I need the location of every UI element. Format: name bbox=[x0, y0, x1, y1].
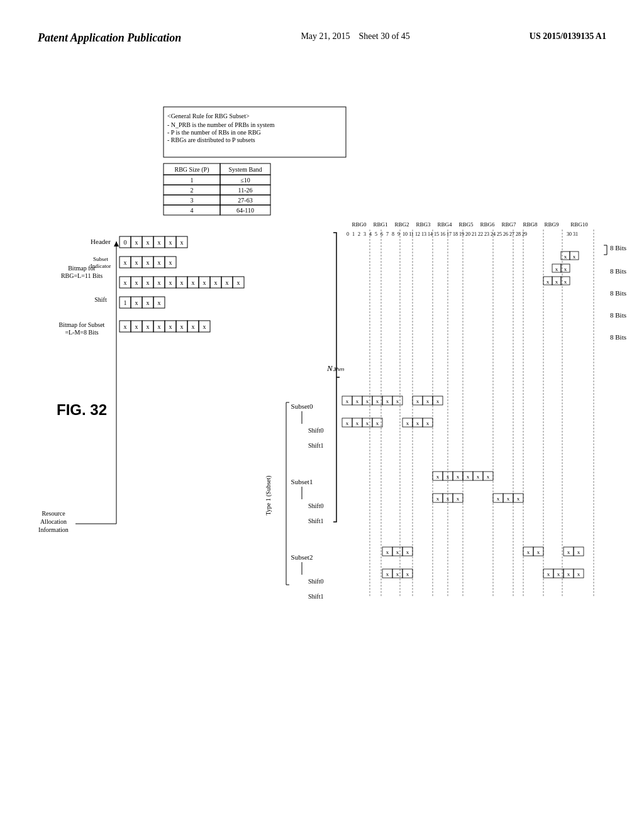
svg-text:x: x bbox=[192, 323, 195, 330]
svg-text:x: x bbox=[124, 323, 127, 330]
svg-text:14: 14 bbox=[428, 231, 433, 237]
svg-text:Shift: Shift bbox=[94, 296, 107, 303]
svg-text:x: x bbox=[135, 279, 138, 286]
svg-text:0: 0 bbox=[347, 231, 349, 237]
svg-text:x: x bbox=[366, 420, 369, 426]
svg-text:x: x bbox=[356, 398, 359, 404]
publication-title: Patent Application Publication bbox=[38, 31, 181, 45]
svg-text:x: x bbox=[169, 323, 172, 330]
svg-text:19: 19 bbox=[459, 231, 464, 237]
patent-number: US 2015/0139135 A1 bbox=[530, 31, 606, 42]
svg-text:x: x bbox=[406, 571, 409, 577]
svg-text:x: x bbox=[158, 279, 161, 286]
svg-text:x: x bbox=[147, 259, 150, 266]
svg-text:9: 9 bbox=[397, 231, 400, 237]
svg-text:Type 1 (Subset): Type 1 (Subset) bbox=[265, 475, 272, 515]
svg-text:Shift1: Shift1 bbox=[308, 593, 323, 600]
svg-text:8 Bits: 8 Bits bbox=[610, 244, 626, 252]
svg-text:1: 1 bbox=[191, 177, 194, 184]
svg-text:≤10: ≤10 bbox=[240, 177, 250, 184]
svg-text:x: x bbox=[386, 549, 389, 555]
svg-text:Shift1: Shift1 bbox=[308, 517, 323, 524]
svg-text:RBG4: RBG4 bbox=[437, 221, 452, 228]
svg-text:15: 15 bbox=[434, 231, 439, 237]
svg-text:RBG2: RBG2 bbox=[394, 221, 409, 228]
svg-text:x: x bbox=[366, 398, 369, 404]
svg-text:RBG0: RBG0 bbox=[352, 221, 367, 228]
svg-text:Subset1: Subset1 bbox=[291, 478, 313, 485]
svg-text:31: 31 bbox=[573, 231, 578, 237]
svg-text:21: 21 bbox=[472, 231, 477, 237]
svg-text:Information: Information bbox=[38, 526, 69, 533]
svg-text:8 Bits: 8 Bits bbox=[610, 311, 626, 319]
svg-text:2: 2 bbox=[358, 231, 360, 237]
svg-text:7: 7 bbox=[386, 231, 389, 237]
svg-text:30: 30 bbox=[567, 231, 572, 237]
svg-text:x: x bbox=[457, 495, 460, 502]
svg-text:x: x bbox=[426, 398, 430, 404]
svg-marker-273 bbox=[114, 241, 119, 246]
svg-text:17: 17 bbox=[447, 231, 452, 237]
svg-text:x: x bbox=[537, 549, 540, 555]
svg-text:x: x bbox=[416, 398, 419, 404]
svg-text:11: 11 bbox=[409, 231, 414, 237]
svg-text:x: x bbox=[564, 266, 567, 272]
svg-text:FIG. 32: FIG. 32 bbox=[57, 401, 107, 418]
svg-text:x: x bbox=[416, 420, 419, 426]
svg-text:RBG8: RBG8 bbox=[523, 221, 538, 228]
svg-text:22: 22 bbox=[478, 231, 483, 237]
svg-text:x: x bbox=[567, 571, 570, 577]
svg-text:8 Bits: 8 Bits bbox=[610, 267, 626, 275]
svg-text:x: x bbox=[147, 323, 150, 330]
svg-text:x: x bbox=[158, 259, 161, 266]
svg-text:x: x bbox=[169, 259, 172, 266]
svg-text:Allocation: Allocation bbox=[40, 518, 67, 525]
svg-text:x: x bbox=[124, 279, 127, 286]
svg-text:RBG7: RBG7 bbox=[501, 221, 516, 228]
svg-text:29: 29 bbox=[522, 231, 527, 237]
svg-text:x: x bbox=[547, 279, 550, 285]
svg-text:x: x bbox=[147, 239, 150, 246]
svg-text:RBG=L=11 Bits: RBG=L=11 Bits bbox=[61, 272, 103, 279]
svg-text:Header: Header bbox=[91, 238, 111, 245]
svg-text:x: x bbox=[180, 279, 184, 286]
svg-text:x: x bbox=[203, 279, 206, 286]
svg-text:27: 27 bbox=[509, 231, 514, 237]
svg-text:x: x bbox=[135, 323, 138, 330]
svg-text:System Band: System Band bbox=[228, 166, 262, 173]
svg-text:x: x bbox=[346, 420, 349, 426]
svg-text:x: x bbox=[180, 323, 184, 330]
svg-text:8 Bits: 8 Bits bbox=[610, 333, 626, 341]
svg-text:12: 12 bbox=[415, 231, 420, 237]
svg-text:x: x bbox=[386, 571, 389, 577]
svg-text:N₃ₕₘ: N₃ₕₘ bbox=[326, 363, 345, 373]
svg-text:x: x bbox=[507, 495, 510, 502]
svg-text:3: 3 bbox=[191, 197, 194, 204]
svg-text:x: x bbox=[577, 549, 580, 555]
svg-text:x: x bbox=[396, 398, 399, 404]
svg-text:Shift0: Shift0 bbox=[308, 502, 323, 509]
svg-text:x: x bbox=[436, 473, 440, 480]
svg-text:13: 13 bbox=[421, 231, 426, 237]
svg-text:Subset0: Subset0 bbox=[291, 402, 313, 410]
svg-text:x: x bbox=[135, 239, 138, 246]
svg-text:x: x bbox=[547, 571, 550, 577]
svg-text:28: 28 bbox=[516, 231, 521, 237]
svg-text:x: x bbox=[477, 473, 480, 480]
svg-text:Bitmap for Subset: Bitmap for Subset bbox=[59, 321, 105, 328]
svg-text:=L-M=8 Bits: =L-M=8 Bits bbox=[65, 329, 98, 336]
svg-text:x: x bbox=[147, 299, 150, 306]
svg-text:x: x bbox=[555, 279, 558, 285]
svg-text:4: 4 bbox=[191, 207, 194, 214]
svg-text:RBG1: RBG1 bbox=[373, 221, 387, 228]
svg-text:Shift0: Shift0 bbox=[308, 427, 323, 434]
svg-text:RBG10: RBG10 bbox=[570, 221, 588, 228]
svg-text:x: x bbox=[396, 571, 399, 577]
svg-text:x: x bbox=[135, 259, 138, 266]
svg-text:x: x bbox=[169, 239, 172, 246]
main-diagram: FIG. 32 <General Rule for RBG Subset> - … bbox=[19, 88, 641, 805]
svg-text:2: 2 bbox=[191, 187, 194, 194]
svg-text:Subset2: Subset2 bbox=[291, 553, 313, 561]
svg-text:RBG Size (P): RBG Size (P) bbox=[175, 166, 209, 174]
svg-text:- RBGs are distributed to P su: - RBGs are distributed to P subsets bbox=[167, 136, 255, 143]
